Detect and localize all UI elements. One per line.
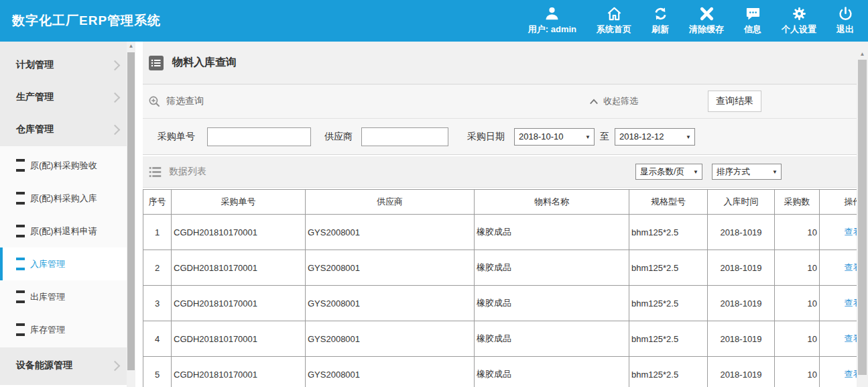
supplier-label: 供应商 — [324, 131, 353, 143]
view-link[interactable]: 查看 — [845, 227, 857, 237]
cell-time: 2018-1019 — [708, 250, 775, 286]
list-box-icon — [148, 55, 164, 71]
message-icon — [745, 6, 761, 21]
main-scrollbar-thumb[interactable] — [858, 60, 867, 375]
date-from-select[interactable]: 2018-10-10 — [514, 128, 595, 146]
table-row: 2CGDH201810170001GYS2008001橡胶成品bhm125*2.… — [143, 250, 857, 286]
col-material-name: 物料名称 — [475, 190, 629, 215]
menu-bars-icon — [16, 225, 25, 237]
view-link[interactable]: 查看 — [845, 333, 857, 343]
col-purchase-qty: 采购数 — [775, 190, 820, 215]
nav-clear-cache-label: 清除缓存 — [689, 23, 724, 36]
menu-bars-icon — [16, 192, 25, 205]
app-title: 数字化工厂ERP管理系统 — [12, 12, 161, 30]
table-row: 3CGDH201810170001GYS2008001橡胶成品bhm125*2.… — [143, 286, 857, 321]
cell-spec: bhm125*2.5 — [629, 286, 708, 321]
scroll-up-icon[interactable]: ▲ — [857, 42, 868, 59]
cell-action: 查看 — [820, 357, 857, 387]
cell-time: 2018-1019 — [708, 357, 775, 387]
collapse-filter-label: 收起筛选 — [603, 95, 638, 107]
page-title-bar: 物料入库查询 — [143, 42, 857, 85]
scroll-up-icon[interactable]: ▲ — [127, 42, 135, 51]
header-nav: 用户: admin 系统首页 刷新 清除缓存 — [518, 0, 864, 42]
cell-time: 2018-1019 — [708, 321, 775, 357]
sidebar-item-material-purchase-inbound[interactable]: 原(配)料采购入库 — [0, 182, 127, 215]
menu-bars-icon — [16, 323, 25, 336]
sidebar-group-plan[interactable]: 计划管理 — [0, 49, 127, 81]
sidebar-item-material-purchase-acceptance[interactable]: 原(配)料采购验收 — [0, 149, 127, 182]
cell-po: CGDH201810170001 — [172, 321, 306, 357]
power-icon — [838, 6, 853, 21]
cell-seq: 4 — [143, 321, 172, 357]
view-link[interactable]: 查看 — [845, 298, 857, 308]
view-link[interactable]: 查看 — [845, 369, 857, 379]
sidebar-item-material-return-request[interactable]: 原(配)料退料申请 — [0, 215, 127, 247]
nav-messages[interactable]: 信息 — [734, 0, 771, 42]
sidebar-group-equipment-energy[interactable]: 设备能源管理 — [0, 349, 127, 382]
query-results-button[interactable]: 查询结果 — [708, 91, 761, 112]
cell-seq: 2 — [143, 250, 172, 286]
main-content: 物料入库查询 筛选查询 收起筛选 查询结果 采 — [135, 42, 868, 387]
sidebar-item-inbound-management[interactable]: 入库管理 — [0, 247, 127, 280]
list-section-header: 数据列表 显示条数/页 ▼ 排序方式 ▼ — [143, 156, 857, 188]
nav-home-label: 系统首页 — [597, 23, 631, 36]
main-scrollbar[interactable]: ▲ — [857, 42, 868, 387]
table-row: 4CGDH201810170001GYS2008001橡胶成品bhm125*2.… — [143, 321, 857, 357]
list-section-label: 数据列表 — [169, 166, 206, 178]
sidebar-group-section: 计划管理 生产管理 仓库管理 — [0, 42, 127, 146]
cell-action: 查看 — [820, 215, 857, 250]
cell-material: 橡胶成品 — [475, 357, 629, 387]
cell-material: 橡胶成品 — [475, 250, 629, 286]
chevron-right-icon — [110, 92, 121, 103]
sidebar-item-label: 出库管理 — [30, 291, 65, 303]
nav-user[interactable]: 用户: admin — [518, 0, 586, 42]
sidebar-scrollbar-thumb[interactable] — [127, 52, 135, 370]
cell-material: 橡胶成品 — [475, 321, 629, 357]
cell-time: 2018-1019 — [708, 215, 775, 250]
filter-section-header: 筛选查询 收起筛选 查询结果 — [143, 85, 857, 119]
sidebar: 计划管理 生产管理 仓库管理 原(配)料采购验收 — [0, 42, 135, 387]
collapse-filter[interactable]: 收起筛选 — [589, 95, 638, 107]
cell-po: CGDH201810170001 — [172, 215, 306, 250]
page-size-select[interactable]: 显示条数/页 — [635, 164, 702, 180]
table-row: 1CGDH201810170001GYS2008001橡胶成品bhm125*2.… — [143, 215, 857, 250]
sidebar-group-production[interactable]: 生产管理 — [0, 81, 127, 113]
zoom-in-icon — [148, 95, 161, 108]
cell-po: CGDH201810170001 — [172, 250, 306, 286]
page-title: 物料入库查询 — [172, 56, 237, 70]
nav-clear-cache[interactable]: 清除缓存 — [679, 0, 734, 42]
supplier-input[interactable] — [361, 127, 448, 146]
sidebar-item-label: 原(配)料退料申请 — [30, 225, 97, 237]
cell-supplier: GYS2008001 — [306, 286, 475, 321]
cell-qty: 10 — [775, 286, 820, 321]
nav-logout[interactable]: 退出 — [826, 0, 864, 42]
date-to-select[interactable]: 2018-12-12 — [615, 128, 695, 146]
cell-supplier: GYS2008001 — [306, 250, 475, 286]
col-seq: 序号 — [143, 190, 172, 215]
nav-refresh[interactable]: 刷新 — [641, 0, 679, 42]
cell-action: 查看 — [820, 321, 857, 357]
data-table: 序号 采购单号 供应商 物料名称 规格型号 入库时间 采购数 操作 1CGDH2… — [143, 189, 857, 387]
nav-settings-label: 个人设置 — [782, 23, 816, 36]
po-number-input[interactable] — [207, 127, 311, 146]
cell-seq: 1 — [143, 215, 172, 250]
cell-supplier: GYS2008001 — [306, 215, 475, 250]
sidebar-scrollbar[interactable]: ▲ — [127, 42, 135, 387]
nav-settings[interactable]: 个人设置 — [771, 0, 826, 42]
nav-home[interactable]: 系统首页 — [586, 0, 641, 42]
cell-time: 2018-1019 — [708, 286, 775, 321]
cell-spec: bhm125*2.5 — [629, 250, 708, 286]
sidebar-group-warehouse[interactable]: 仓库管理 — [0, 113, 127, 146]
menu-bars-icon — [16, 159, 25, 172]
view-link[interactable]: 查看 — [845, 262, 857, 272]
sidebar-item-inventory-management[interactable]: 库存管理 — [0, 313, 127, 346]
sort-select[interactable]: 排序方式 — [712, 164, 782, 180]
menu-bars-icon — [16, 290, 25, 303]
clear-cache-icon — [699, 6, 715, 21]
cell-po: CGDH201810170001 — [172, 286, 306, 321]
po-number-label: 采购单号 — [158, 131, 195, 143]
sidebar-item-outbound-management[interactable]: 出库管理 — [0, 280, 127, 313]
sidebar-item-label: 库存管理 — [30, 324, 65, 336]
home-icon — [607, 6, 622, 21]
list-icon — [148, 165, 162, 179]
